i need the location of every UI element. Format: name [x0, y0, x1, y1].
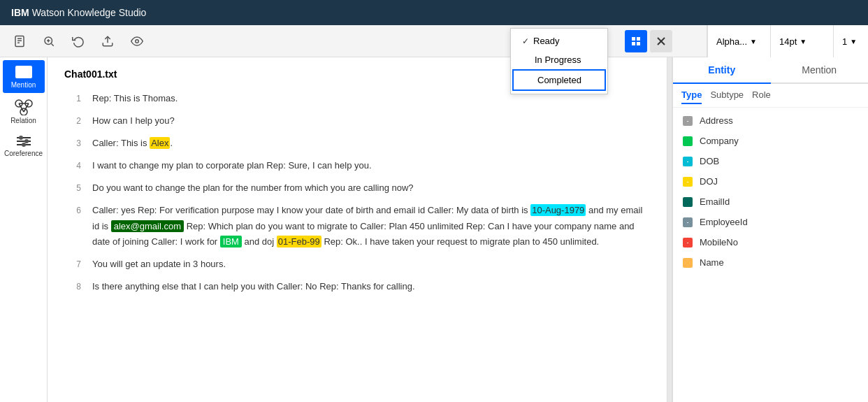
svg-point-29 [22, 143, 26, 147]
type-tab-type[interactable]: Type [681, 89, 702, 104]
highlight-emailid[interactable]: alex@gmail.com [111, 220, 184, 232]
entity-item[interactable]: Company [673, 131, 868, 151]
svg-rect-12 [632, 42, 635, 45]
line-4: 4 I want to change my plan to corporate … [64, 158, 650, 173]
svg-text:A: A [20, 66, 28, 78]
entity-item[interactable]: -EmployeeId [673, 212, 868, 232]
toolbar: ✓ Ready In Progress Completed Alpha... ▼ [0, 25, 868, 57]
entity-label: Company [700, 136, 739, 146]
entity-label: Name [700, 257, 724, 268]
svg-line-22 [19, 103, 24, 112]
main-area: A Mention Relation [0, 57, 868, 402]
font-size-select[interactable]: 14pt ▼ [770, 25, 833, 57]
eye-icon[interactable] [126, 30, 148, 52]
entity-item[interactable]: Name [673, 252, 868, 273]
svg-rect-10 [632, 37, 635, 41]
line-3: 3 Caller: This is Alex. [64, 136, 650, 151]
status-in-progress[interactable]: In Progress [511, 50, 607, 69]
left-sidebar: A Mention Relation [0, 57, 48, 402]
line-5: 5 Do you want to change the plan for the… [64, 180, 650, 196]
entity-item[interactable]: -DOB [673, 151, 868, 171]
sidebar-relation-label: Relation [10, 117, 36, 124]
panel-tabs: Entity Mention [673, 57, 868, 84]
line-6: 6 Caller: yes Rep: For verification purp… [64, 203, 650, 249]
entity-item[interactable]: -DOJ [673, 171, 868, 192]
page-number-select[interactable]: 1 ▼ [833, 25, 868, 57]
status-completed[interactable]: Completed [512, 69, 606, 91]
sidebar-item-relation[interactable]: Relation [3, 94, 45, 129]
tab-entity[interactable]: Entity [673, 57, 771, 84]
tab-mention[interactable]: Mention [771, 57, 869, 82]
zoom-in-icon[interactable] [38, 30, 60, 52]
right-controls: Alpha... ▼ 14pt ▼ 1 ▼ [707, 25, 868, 57]
highlight-alex[interactable]: Alex [150, 137, 170, 149]
entity-label: DOJ [700, 176, 718, 187]
type-tab-role[interactable]: Role [752, 89, 771, 104]
sidebar-coreference-label: Coreference [4, 150, 43, 157]
type-tabs: Type Subtype Role [673, 84, 868, 108]
content-area[interactable]: Chat001.txt 1 Rep: This is Thomas. 2 How… [48, 57, 667, 402]
status-dropdown[interactable]: ✓ Ready In Progress Completed [510, 28, 608, 94]
svg-point-28 [24, 139, 29, 143]
entity-label: DOB [700, 156, 719, 166]
sidebar-item-mention[interactable]: A Mention [3, 60, 45, 93]
svg-rect-11 [637, 37, 640, 41]
entity-item[interactable]: -Address [673, 110, 868, 131]
svg-line-23 [24, 103, 29, 112]
brand-ibm: IBM [11, 7, 29, 18]
status-ready[interactable]: ✓ Ready [511, 31, 607, 50]
scrollbar[interactable] [667, 57, 672, 402]
document-icon[interactable] [8, 30, 31, 52]
close-icon-button[interactable] [650, 30, 672, 52]
upload-icon[interactable] [96, 30, 119, 52]
entity-label: Address [700, 115, 733, 126]
topbar: IBM Watson Knowledge Studio [0, 0, 868, 25]
line-8: 8 Is there anything else that I can help… [64, 279, 650, 294]
svg-point-9 [136, 39, 139, 43]
app-title: Watson Knowledge Studio [32, 7, 147, 18]
svg-rect-13 [637, 42, 640, 45]
entity-list: -AddressCompany-DOB-DOJEmailId-EmployeeI… [673, 108, 868, 402]
highlight-dob[interactable]: 10-Aug-1979 [530, 204, 586, 216]
entity-label: EmailId [700, 196, 730, 207]
sidebar-mention-label: Mention [11, 81, 36, 89]
svg-point-27 [19, 136, 23, 140]
entity-item[interactable]: -MobileNo [673, 232, 868, 252]
line-2: 2 How can I help you? [64, 113, 650, 129]
right-toolbar [625, 30, 672, 52]
grid-icon-button[interactable] [625, 30, 647, 52]
right-panel: Entity Mention Type Subtype Role -Addres… [672, 57, 868, 402]
alpha-select[interactable]: Alpha... ▼ [707, 25, 770, 57]
highlight-doj[interactable]: 01-Feb-99 [277, 236, 321, 247]
entity-label: EmployeeId [700, 217, 748, 227]
svg-line-5 [51, 43, 53, 45]
refresh-icon[interactable] [67, 30, 89, 52]
type-tab-subtype[interactable]: Subtype [710, 89, 744, 104]
line-7: 7 You will get an update in 3 hours. [64, 257, 650, 272]
sidebar-item-coreference[interactable]: Coreference [3, 130, 45, 161]
entity-label: MobileNo [700, 237, 738, 247]
highlight-ibm[interactable]: IBM [220, 236, 242, 247]
entity-item[interactable]: EmailId [673, 192, 868, 212]
